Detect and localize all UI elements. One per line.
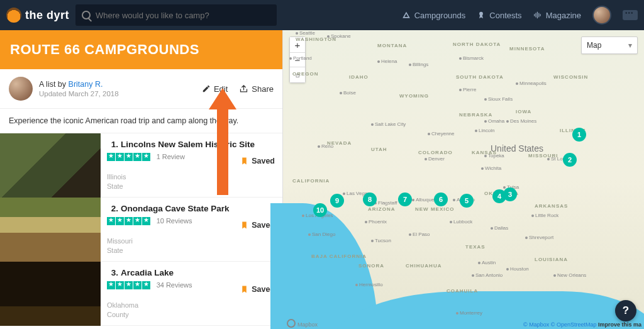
city-label: San Antonio (472, 272, 502, 278)
map-pin[interactable]: 10 (313, 203, 327, 217)
city-label: Cheyenne (428, 131, 454, 137)
map-panel[interactable]: United States + − ⌂ Map ? Mapbox © Mapbo… (283, 30, 644, 329)
map-pin[interactable]: 8 (363, 192, 377, 206)
city-label: Phoenix (365, 219, 387, 225)
svg-rect-2 (535, 13, 536, 18)
pencil-icon (202, 84, 211, 93)
nav-magazine[interactable]: Magazine (533, 11, 581, 20)
nav-magazine-label: Magazine (546, 11, 581, 20)
campground-thumb (0, 133, 101, 198)
map-pin[interactable]: 2 (563, 153, 577, 167)
state-label: CALIFORNIA (292, 178, 330, 184)
state-label: COLORADO (418, 150, 453, 155)
state-label: ARKANSAS (535, 203, 568, 209)
search-box[interactable] (75, 4, 277, 26)
city-label: Dallas (491, 225, 508, 231)
list-item[interactable]: 2.Onondaga Cave State Park 10 Reviews Mi… (0, 198, 282, 262)
saved-badge[interactable]: Saved (240, 220, 275, 230)
author-link[interactable]: Britany R. (69, 80, 103, 89)
city-label: New Orleans (553, 272, 586, 278)
saved-badge[interactable]: Saved (240, 284, 275, 294)
city-label: Billings (409, 62, 428, 67)
stars-icon (107, 153, 150, 161)
list-item[interactable]: 1.Lincolns New Salem Historic Site 1 Rev… (0, 133, 282, 198)
svg-rect-3 (536, 12, 537, 19)
city-label: Portland (289, 55, 312, 61)
saved-badge[interactable]: Saved (240, 156, 275, 166)
user-avatar[interactable] (592, 6, 611, 25)
state-label: TEXAS (465, 244, 486, 250)
map-pin[interactable]: 1 (572, 128, 586, 142)
city-label: Wichita (481, 165, 501, 171)
state-label: SOUTH DAKOTA (456, 74, 504, 80)
attrib-improve[interactable]: Improve this ma (598, 321, 641, 328)
top-bar: the dyrt Campgrounds Contests Magazine (0, 0, 644, 30)
city-label: Spokane (327, 33, 351, 39)
help-button[interactable]: ? (615, 300, 636, 321)
edit-label: Edit (214, 84, 228, 94)
svg-rect-1 (534, 14, 535, 16)
city-label: Hermosillo (355, 282, 383, 287)
state-label: NORTH DAKOTA (453, 42, 501, 47)
attrib-osm[interactable]: © OpenStreetMap (551, 321, 597, 328)
map-pin[interactable]: 7 (398, 192, 412, 206)
map-attribution: © Mapbox © OpenStreetMap Improve this ma (523, 321, 641, 328)
mapbox-logo: Mapbox (287, 319, 318, 328)
city-label: Boise (340, 90, 356, 96)
attrib-mapbox[interactable]: © Mapbox (523, 321, 549, 328)
campground-location: OklahomaCounty (107, 301, 276, 320)
state-label: SONORA (358, 263, 384, 269)
city-label: Pierre (459, 87, 476, 92)
bookmark-icon (240, 156, 248, 166)
state-label: UTAH (371, 147, 387, 152)
city-label: Sioux Falls (484, 96, 513, 102)
state-label: LOUISIANA (535, 257, 568, 262)
state-label: NEW MEXICO (415, 206, 454, 212)
share-icon (239, 84, 248, 94)
nav-right: Campgrounds Contests Magazine (402, 6, 638, 25)
search-input[interactable] (96, 11, 270, 20)
list-item[interactable]: 3.Arcadia Lake 34 Reviews OklahomaCounty… (0, 262, 282, 326)
map-type-select[interactable]: Map (581, 36, 638, 54)
state-label: MONTANA (377, 43, 407, 48)
map-pin[interactable]: 9 (330, 194, 344, 208)
campground-location: MissouriState (107, 237, 276, 256)
share-button[interactable]: Share (239, 84, 274, 94)
svg-rect-4 (538, 13, 539, 18)
city-label: El Paso (409, 231, 430, 237)
city-label: Bismarck (459, 55, 484, 61)
updated-date: Updated March 27, 2018 (39, 90, 119, 98)
city-label: Helena (377, 59, 397, 64)
list-description: Experience the iconic American road trip… (0, 109, 282, 133)
nav-contests-label: Contests (489, 11, 521, 20)
logo-icon (6, 8, 21, 23)
city-label: Salt Lake City (371, 121, 406, 127)
city-label: Tucson (371, 238, 391, 243)
map-pin[interactable]: 5 (460, 194, 474, 208)
city-label: Omaha (484, 118, 504, 124)
city-label: Des Moines (506, 118, 536, 124)
map-pin[interactable]: 4 (492, 189, 506, 203)
city-label: Monterrey (456, 310, 482, 316)
review-count: 34 Reviews (157, 281, 192, 289)
ribbon-icon (477, 11, 486, 20)
byline: A list by Britany R. (39, 80, 119, 89)
nav-campgrounds[interactable]: Campgrounds (402, 11, 466, 20)
search-icon (82, 11, 91, 20)
bookmark-icon (240, 220, 248, 230)
campground-thumb (0, 198, 101, 262)
chat-icon[interactable] (623, 10, 638, 20)
byline-prefix: A list by (39, 80, 69, 89)
map-pin[interactable]: 6 (434, 192, 448, 206)
state-label: MINNESOTA (509, 46, 545, 52)
nav-contests[interactable]: Contests (477, 11, 521, 20)
author-avatar[interactable] (9, 77, 33, 101)
city-label: Topeka (484, 153, 504, 159)
campground-thumb (0, 262, 101, 326)
brand-logo[interactable]: the dyrt (6, 8, 69, 23)
city-label: Lincoln (475, 128, 494, 133)
bookmark-icon (240, 284, 248, 294)
edit-button[interactable]: Edit (202, 84, 228, 94)
campground-list: 1.Lincolns New Salem Historic Site 1 Rev… (0, 133, 282, 329)
city-label: Lubbock (450, 219, 472, 225)
